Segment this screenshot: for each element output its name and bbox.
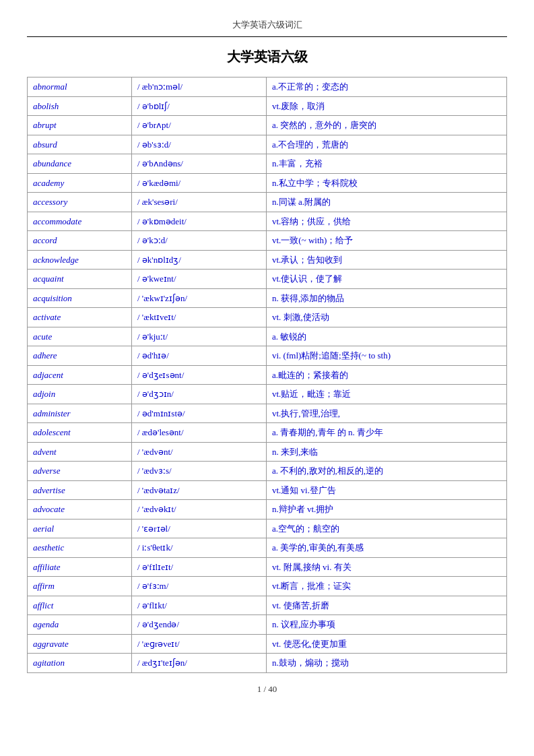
table-row: afflict/ ə'flɪkt/vt. 使痛苦,折磨 [28, 596, 507, 615]
definition-cell: vt.一致(~ with)；给予 [267, 231, 507, 251]
word-cell: acknowledge [28, 250, 132, 270]
word-cell: adverse [28, 462, 132, 481]
definition-cell: n. 议程,应办事项 [267, 615, 507, 635]
definition-cell: vt.使认识，使了解 [267, 270, 507, 289]
definition-cell: vt.容纳；供应，供给 [267, 212, 507, 231]
definition-cell: vt. 使恶化,使更加重 [267, 634, 507, 654]
vocabulary-table: abnormal/ æb'nɔːməl/a.不正常的；变态的abolish/ ə… [27, 77, 507, 673]
phonetic-cell: / ə'kjuːt/ [132, 327, 267, 346]
definition-cell: a. 突然的，意外的，唐突的 [267, 116, 507, 135]
definition-cell: vi. (fml)粘附;追随;坚持(~ to sth) [267, 346, 507, 366]
table-row: accommodate/ ə'kɒmədeit/vt.容纳；供应，供给 [28, 212, 507, 231]
definition-cell: a.不正常的；变态的 [267, 77, 507, 97]
definition-cell: vt. 附属,接纳 vi. 有关 [267, 557, 507, 577]
top-header: 大学英语六级词汇 [27, 13, 507, 37]
definition-cell: a. 敏锐的 [267, 327, 507, 346]
word-cell: acquaint [28, 270, 132, 289]
definition-cell: vt.承认；告知收到 [267, 250, 507, 270]
table-row: adhere/ əd'hɪə/vi. (fml)粘附;追随;坚持(~ to st… [28, 346, 507, 366]
table-row: advertise/ 'ædvətaɪz/vt.通知 vi.登广告 [28, 480, 507, 500]
table-row: acknowledge/ ək'nɒlɪdʒ/vt.承认；告知收到 [28, 250, 507, 270]
definition-cell: n.鼓动，煽动；搅动 [267, 654, 507, 673]
phonetic-cell: / əb'sɜːd/ [132, 135, 267, 154]
table-row: adjacent/ ə'dʒeɪsənt/a.毗连的；紧接着的 [28, 365, 507, 385]
phonetic-cell: / 'ædvənt/ [132, 442, 267, 462]
phonetic-cell: / ə'bʌndəns/ [132, 154, 267, 174]
word-cell: abrupt [28, 116, 132, 135]
table-row: agitation/ ædʒɪ'teɪʃən/n.鼓动，煽动；搅动 [28, 654, 507, 673]
definition-cell: n.丰富，充裕 [267, 154, 507, 174]
word-cell: academy [28, 173, 132, 193]
word-cell: absurd [28, 135, 132, 154]
phonetic-cell: / ə'kɔːd/ [132, 231, 267, 251]
word-cell: administer [28, 404, 132, 423]
table-row: acquaint/ ə'kweɪnt/vt.使认识，使了解 [28, 270, 507, 289]
word-cell: agenda [28, 615, 132, 635]
definition-cell: a.不合理的，荒唐的 [267, 135, 507, 154]
table-row: adverse/ 'ædvɜːs/a. 不利的,敌对的,相反的,逆的 [28, 462, 507, 481]
phonetic-cell: / ək'nɒlɪdʒ/ [132, 250, 267, 270]
definition-cell: a. 青春期的,青年 的 n. 青少年 [267, 423, 507, 443]
definition-cell: vt. 刺激,使活动 [267, 308, 507, 327]
word-cell: adjoin [28, 385, 132, 404]
definition-cell: n.私立中学；专科院校 [267, 173, 507, 193]
table-row: abolish/ ə'bɒlɪʃ/vt.废除，取消 [28, 96, 507, 116]
phonetic-cell: / 'ædvətaɪz/ [132, 480, 267, 500]
definition-cell: n. 获得,添加的物品 [267, 288, 507, 308]
table-row: aggravate/ 'æɡrəveɪt/vt. 使恶化,使更加重 [28, 634, 507, 654]
word-cell: activate [28, 308, 132, 327]
word-cell: abnormal [28, 77, 132, 97]
phonetic-cell: / ə'flɪkt/ [132, 596, 267, 615]
definition-cell: vt.断言，批准；证实 [267, 577, 507, 596]
table-row: activate/ 'æktɪveɪt/vt. 刺激,使活动 [28, 308, 507, 327]
phonetic-cell: / ə'dʒeɪsənt/ [132, 365, 267, 385]
definition-cell: a. 不利的,敌对的,相反的,逆的 [267, 462, 507, 481]
table-row: accessory/ æk'sesəri/n.同谋 a.附属的 [28, 193, 507, 212]
table-row: abundance/ ə'bʌndəns/n.丰富，充裕 [28, 154, 507, 174]
table-row: affirm/ ə'fɜːm/vt.断言，批准；证实 [28, 577, 507, 596]
table-row: aerial/ 'ɛərɪəl/a.空气的；航空的 [28, 519, 507, 538]
word-cell: acquisition [28, 288, 132, 308]
phonetic-cell: / ə'kɒmədeit/ [132, 212, 267, 231]
phonetic-cell: / ə'kweɪnt/ [132, 270, 267, 289]
definition-cell: n.同谋 a.附属的 [267, 193, 507, 212]
phonetic-cell: / əd'hɪə/ [132, 346, 267, 366]
word-cell: adhere [28, 346, 132, 366]
phonetic-cell: / ædʒɪ'teɪʃən/ [132, 654, 267, 673]
phonetic-cell: / ə'kædəmi/ [132, 173, 267, 193]
table-row: adjoin/ ə'dʒɔɪn/vt.贴近，毗连；靠近 [28, 385, 507, 404]
table-row: abnormal/ æb'nɔːməl/a.不正常的；变态的 [28, 77, 507, 97]
word-cell: aggravate [28, 634, 132, 654]
table-row: accord/ ə'kɔːd/vt.一致(~ with)；给予 [28, 231, 507, 251]
word-cell: adolescent [28, 423, 132, 443]
phonetic-cell: / ə'brʌpt/ [132, 116, 267, 135]
word-cell: abundance [28, 154, 132, 174]
word-cell: advertise [28, 480, 132, 500]
phonetic-cell: / ə'dʒendə/ [132, 615, 267, 635]
definition-cell: vt. 使痛苦,折磨 [267, 596, 507, 615]
word-cell: agitation [28, 654, 132, 673]
definition-cell: vt.废除，取消 [267, 96, 507, 116]
word-cell: acute [28, 327, 132, 346]
word-cell: advent [28, 442, 132, 462]
table-row: abrupt/ ə'brʌpt/a. 突然的，意外的，唐突的 [28, 116, 507, 135]
definition-cell: a.空气的；航空的 [267, 519, 507, 538]
table-row: advocate/ 'ædvəkɪt/n.辩护者 vt.拥护 [28, 500, 507, 519]
page-number: 1 / 40 [257, 684, 277, 694]
phonetic-cell: / æk'sesəri/ [132, 193, 267, 212]
phonetic-cell: / 'ɛərɪəl/ [132, 519, 267, 538]
table-row: acute/ ə'kjuːt/a. 敏锐的 [28, 327, 507, 346]
header-title: 大学英语六级词汇 [232, 20, 302, 30]
word-cell: accommodate [28, 212, 132, 231]
word-cell: affirm [28, 577, 132, 596]
definition-cell: n.辩护者 vt.拥护 [267, 500, 507, 519]
phonetic-cell: / ə'dʒɔɪn/ [132, 385, 267, 404]
table-row: affiliate/ ə'fɪlɪeɪt/vt. 附属,接纳 vi. 有关 [28, 557, 507, 577]
phonetic-cell: / ə'bɒlɪʃ/ [132, 96, 267, 116]
phonetic-cell: / ə'fɪlɪeɪt/ [132, 557, 267, 577]
phonetic-cell: / ædə'lesənt/ [132, 423, 267, 443]
definition-cell: n. 来到,来临 [267, 442, 507, 462]
phonetic-cell: / iːs'θetɪk/ [132, 538, 267, 558]
phonetic-cell: / 'ædvəkɪt/ [132, 500, 267, 519]
table-row: acquisition/ 'ækwɪ'zɪʃən/n. 获得,添加的物品 [28, 288, 507, 308]
